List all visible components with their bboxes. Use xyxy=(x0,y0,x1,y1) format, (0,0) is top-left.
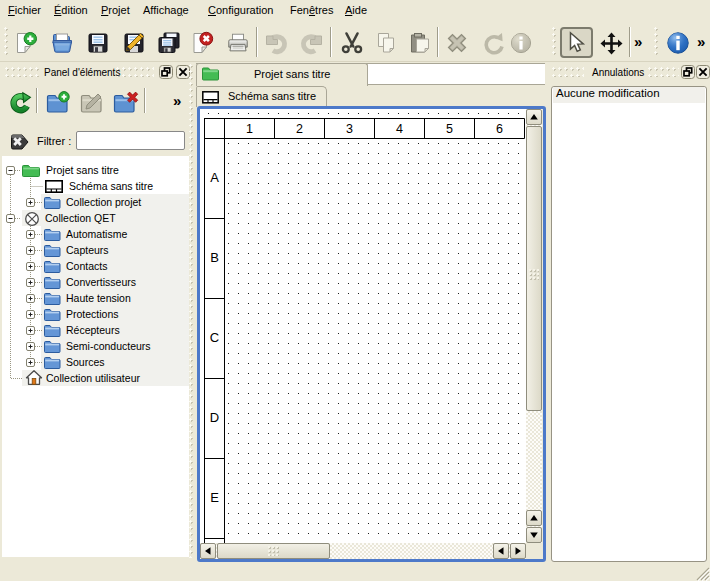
svg-text:4: 4 xyxy=(396,122,403,136)
svg-text:3: 3 xyxy=(346,122,353,136)
svg-text:1: 1 xyxy=(246,122,253,136)
svg-text:A: A xyxy=(210,170,219,185)
svg-text:2: 2 xyxy=(296,122,303,136)
svg-text:6: 6 xyxy=(496,122,503,136)
svg-text:B: B xyxy=(210,250,219,265)
svg-text:D: D xyxy=(210,410,219,425)
svg-text:E: E xyxy=(210,490,219,505)
svg-text:C: C xyxy=(210,330,219,345)
svg-text:5: 5 xyxy=(446,122,453,136)
